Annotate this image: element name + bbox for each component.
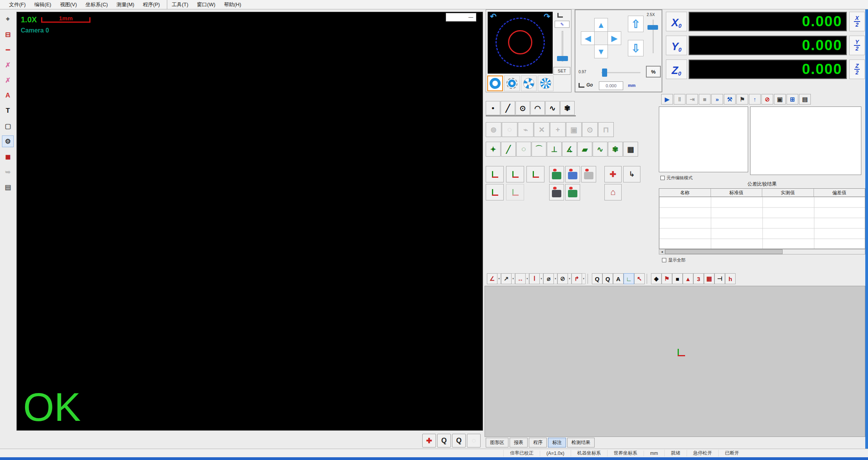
view-tab[interactable]: 图形区 bbox=[486, 438, 508, 447]
select-region-icon[interactable]: ▢ bbox=[2, 120, 14, 132]
z-up-button[interactable]: ⇧ bbox=[628, 16, 644, 32]
construct-circle[interactable]: ◌ bbox=[516, 142, 531, 157]
zoom-in-tool[interactable]: Q bbox=[592, 273, 602, 284]
menu-item[interactable]: 程序(P) bbox=[139, 0, 164, 9]
light-edit-button[interactable]: ✎ bbox=[555, 21, 570, 28]
menu-item[interactable]: 文件(F) bbox=[5, 0, 30, 9]
monitor-button-dark[interactable] bbox=[549, 184, 564, 200]
measure-arc[interactable]: ◠ bbox=[530, 101, 545, 115]
align-tool[interactable]: ⊣ bbox=[714, 273, 725, 284]
result-list[interactable] bbox=[750, 106, 861, 175]
measure-curve[interactable]: ∿ bbox=[545, 101, 560, 115]
program-step-list[interactable] bbox=[659, 106, 748, 172]
rotate-cw-icon[interactable]: ↷ bbox=[544, 12, 550, 21]
snip-tool2-icon[interactable]: ✗ bbox=[2, 74, 14, 86]
construct-calc[interactable]: ▦ bbox=[623, 142, 638, 157]
zoom-fit-tool[interactable]: Q bbox=[602, 273, 613, 284]
ring-light-8seg[interactable] bbox=[538, 76, 553, 91]
focus-tool-icon[interactable]: ⌖ bbox=[2, 13, 14, 25]
dim-leader[interactable]: ↱ bbox=[571, 273, 582, 284]
measure-line[interactable]: ╱ bbox=[501, 101, 515, 115]
text-annotation[interactable]: A bbox=[613, 273, 624, 284]
stop-button[interactable]: ■ bbox=[699, 94, 711, 105]
array-button[interactable]: ⊞ bbox=[787, 94, 798, 105]
jog-left-button[interactable]: ◀ bbox=[581, 31, 595, 45]
dim-radius[interactable]: ⊘ bbox=[557, 273, 568, 284]
line-scan-icon[interactable]: ━ bbox=[2, 44, 14, 56]
dropdown-arrow-icon[interactable]: ▾ bbox=[554, 273, 557, 284]
dro-half-button[interactable]: Z2 bbox=[849, 60, 865, 79]
construct-point[interactable]: ✦ bbox=[486, 142, 501, 157]
dro-half-button[interactable]: X2 bbox=[849, 12, 865, 31]
home-button[interactable]: ⌂ bbox=[604, 184, 622, 200]
camera-view[interactable]: 1.0X Camera 0 1mm — OK bbox=[16, 12, 483, 431]
dropdown-arrow-icon[interactable]: ▾ bbox=[540, 273, 543, 284]
zoom-in-button[interactable]: Q bbox=[437, 434, 451, 447]
dro-half-button[interactable]: Y2 bbox=[849, 36, 865, 55]
jog-up-button[interactable]: ▲ bbox=[594, 18, 608, 32]
edge-tool-icon[interactable]: ⊟ bbox=[2, 29, 14, 40]
construct-closed-curve[interactable]: ✾ bbox=[608, 142, 623, 157]
list-view-icon[interactable]: ▤ bbox=[2, 181, 14, 193]
view-tab[interactable]: 报表 bbox=[510, 438, 528, 447]
menu-item[interactable]: 窗口(W) bbox=[193, 0, 220, 9]
nut-tool[interactable]: ◆ bbox=[651, 273, 662, 284]
zoom-doc-button[interactable]: Q bbox=[452, 434, 466, 447]
abort-button[interactable]: ⊘ bbox=[761, 94, 773, 105]
step-button[interactable]: ⇥ bbox=[686, 94, 698, 105]
view-tab[interactable]: 标注 bbox=[548, 438, 566, 447]
target-crosshair-button[interactable]: ✚ bbox=[422, 434, 436, 447]
measure-point[interactable]: • bbox=[486, 101, 500, 115]
camera-green2-button[interactable] bbox=[565, 184, 580, 200]
dim-distance[interactable]: ↗ bbox=[501, 273, 512, 284]
light-set-button[interactable]: SET bbox=[553, 67, 570, 75]
go-label[interactable]: Go bbox=[586, 82, 593, 88]
dim-angle[interactable]: ∠ bbox=[487, 273, 497, 284]
label-tool-icon[interactable]: A bbox=[2, 90, 14, 101]
text-tool-icon[interactable]: T bbox=[2, 105, 14, 117]
scroll-left-icon[interactable]: ◄ bbox=[659, 249, 665, 254]
camera-blue-button[interactable] bbox=[565, 166, 580, 182]
set-origin-z-button[interactable] bbox=[486, 184, 504, 200]
monitor-button[interactable]: ▣ bbox=[774, 94, 786, 105]
ring-light-full[interactable] bbox=[487, 76, 503, 91]
grid-tool[interactable]: ▦ bbox=[704, 273, 714, 284]
height-tool[interactable]: h bbox=[725, 273, 736, 284]
menu-item[interactable]: 帮助(H) bbox=[220, 0, 246, 9]
menu-item[interactable]: 视图(V) bbox=[56, 0, 81, 9]
goto-position-button[interactable]: ✚ bbox=[604, 166, 622, 182]
menu-item[interactable]: 坐标系(C) bbox=[81, 0, 112, 9]
minimize-icon[interactable]: — bbox=[468, 14, 473, 20]
ring-light-4seg[interactable] bbox=[521, 76, 537, 91]
axes-toggle[interactable]: ∟ bbox=[624, 273, 634, 284]
construct-arc[interactable]: ⌒ bbox=[532, 142, 546, 157]
ring-light-inner[interactable] bbox=[504, 76, 520, 91]
construct-plane[interactable]: ▰ bbox=[577, 142, 592, 157]
edit-mode-checkbox[interactable] bbox=[660, 176, 665, 180]
probe-button[interactable]: ↳ bbox=[623, 166, 640, 182]
fast-run-button[interactable]: » bbox=[711, 94, 723, 105]
feed-slider[interactable] bbox=[601, 72, 640, 73]
dropdown-arrow-icon[interactable]: ▾ bbox=[512, 273, 515, 284]
dropdown-arrow-icon[interactable]: ▾ bbox=[497, 273, 501, 284]
graphics-3d-view[interactable] bbox=[485, 286, 865, 437]
camera-overlay-box[interactable]: — bbox=[446, 13, 476, 22]
redo-icon[interactable]: ➥ bbox=[2, 166, 14, 178]
measure-closed-curve[interactable]: ✾ bbox=[560, 101, 575, 115]
triangle-tool[interactable]: ▲ bbox=[683, 273, 693, 284]
flag-button[interactable]: ⚑ bbox=[736, 94, 748, 105]
light-slider-handle[interactable] bbox=[557, 56, 568, 61]
feed-percent-button[interactable]: % bbox=[646, 66, 661, 78]
run-button[interactable]: ▶ bbox=[661, 94, 673, 105]
scrollbar-thumb[interactable] bbox=[665, 249, 783, 254]
pick-tool[interactable]: ↖ bbox=[634, 273, 645, 284]
view-tab[interactable]: 程序 bbox=[529, 438, 547, 447]
fill-tool[interactable]: ■ bbox=[672, 273, 683, 284]
save-cs-button[interactable] bbox=[526, 166, 544, 182]
dim-diameter[interactable]: ⌀ bbox=[543, 273, 554, 284]
jog-right-button[interactable]: ▶ bbox=[608, 31, 621, 45]
rotate-ccw-icon[interactable]: ↶ bbox=[490, 12, 497, 21]
menu-item[interactable]: 编辑(E) bbox=[30, 0, 56, 9]
dim-vertical[interactable]: Ⅰ bbox=[529, 273, 540, 284]
3d-tool[interactable]: 3 bbox=[693, 273, 704, 284]
